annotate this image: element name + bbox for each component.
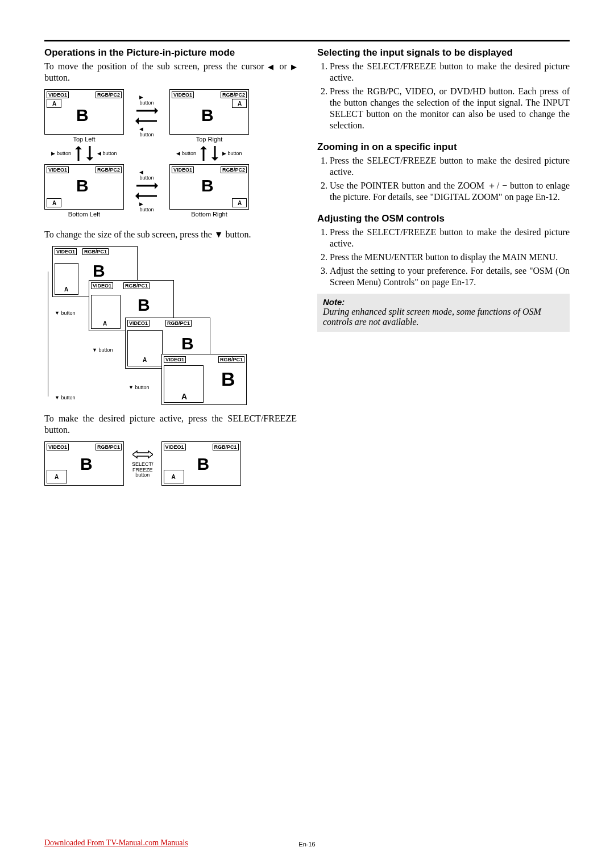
svg-marker-9 [200, 146, 207, 149]
label-b: B [76, 107, 89, 124]
label-a: A [52, 101, 56, 107]
text: button. [44, 73, 70, 82]
footer-download-link[interactable]: Downloaded From TV-Manual.com Manuals [44, 838, 188, 848]
label-a: A [143, 357, 147, 363]
btn-label: ◀button [139, 126, 154, 137]
svg-marker-16 [132, 451, 153, 458]
arrow-up-icon [200, 146, 208, 161]
list-select-input: Press the SELECT/FREEZE button to make t… [317, 61, 570, 131]
list-item: Use the POINTER button and the ZOOM ＋/ −… [330, 180, 570, 203]
arrow-right-icon [135, 106, 158, 116]
heading-pip-operations: Operations in the Picture-in-picture mod… [44, 47, 297, 59]
label-rgbpc: RGB/PC1 [165, 320, 192, 327]
arrow-down-icon [211, 146, 219, 161]
para-select-freeze: To make the desired picture active, pres… [44, 413, 297, 436]
note-body: During enhanced split screen mode, some … [323, 307, 564, 327]
btn-label: ▼ button [55, 395, 75, 400]
arrow-left-icon [135, 191, 158, 201]
list-item: Press the SELECT/FREEZE button to make t… [330, 61, 570, 84]
label-rgbpc: RGB/PC2 [96, 166, 122, 173]
triangle-left-icon: ◀ [268, 62, 275, 71]
list-item: Press the SELECT/FREEZE button to make t… [330, 155, 570, 178]
para-move-subscreen: To move the position of the sub screen, … [44, 61, 297, 84]
screen-bottom-left: VIDEO1 RGB/PC2 B A Bottom Left [44, 164, 124, 218]
label-rgbpc: RGB/PC2 [96, 91, 122, 98]
triangle-right-icon: ▶ [291, 62, 297, 71]
btn-label: ▶button [139, 94, 154, 106]
caption: Top Left [44, 136, 124, 143]
screen-top-right: VIDEO1 RGB/PC2 A B Top Right [169, 89, 249, 143]
text: button [135, 472, 150, 478]
label-rgbpc: RGB/PC1 [213, 444, 239, 450]
list-osm: Press the SELECT/FREEZE button to make t… [317, 227, 570, 288]
note-box: Note: During enhanced split screen mode,… [317, 294, 570, 332]
top-rule [44, 40, 570, 41]
label-b: B [93, 262, 105, 279]
label-rgbpc: RGB/PC2 [221, 91, 247, 98]
arrow-left-icon [135, 116, 158, 126]
arrow-cell: ◀button ▶button [135, 169, 158, 212]
screen-top-left: VIDEO1 RGB/PC2 A B Top Left [44, 89, 124, 143]
list-item: Press the SELECT/FREEZE button to make t… [330, 227, 570, 249]
btn-label: ▶ button [222, 151, 242, 156]
select-freeze-arrows: SELECT/ FREEZE button [132, 449, 154, 479]
diagram-select-freeze: VIDEO1 RGB/PC1 A B SELECT/ FREEZE button… [44, 441, 297, 486]
label-b: B [197, 456, 210, 473]
arrow-down-icon [86, 146, 94, 161]
label-a: A [64, 286, 68, 293]
label-video1: VIDEO1 [47, 444, 69, 450]
label-rgbpc: RGB/PC1 [96, 444, 122, 450]
label-a: A [238, 200, 242, 206]
btn-label: ▼ button [128, 385, 149, 390]
text: or [276, 61, 291, 71]
svg-marker-7 [86, 157, 93, 161]
label-video1: VIDEO1 [47, 166, 69, 173]
label-rgbpc: RGB/PC1 [82, 248, 109, 255]
btn-label: ◀button [139, 169, 154, 181]
label-rgbpc: RGB/PC2 [221, 166, 247, 173]
svg-marker-3 [135, 118, 139, 124]
para-resize-subscreen: To change the size of the sub screen, pr… [44, 229, 297, 240]
btn-label: ▶button [139, 201, 154, 212]
list-zoom: Press the SELECT/FREEZE button to make t… [317, 155, 570, 203]
heading-zoom: Zooming in on a specific input [317, 141, 570, 153]
label-a: A [238, 101, 242, 107]
label-a: A [172, 474, 176, 480]
label-a: A [55, 474, 59, 480]
label-a: A [181, 392, 187, 401]
screen-after: VIDEO1 RGB/PC1 A B [161, 441, 241, 486]
label-a: A [103, 320, 107, 327]
svg-marker-1 [155, 107, 158, 114]
arrow-up-icon [74, 146, 82, 161]
label-video1: VIDEO1 [172, 91, 194, 98]
vert-arrows-right: ◀ button ▶ button [176, 146, 242, 161]
label-b: B [138, 297, 150, 314]
page-number: En-16 [298, 841, 315, 848]
label-b: B [221, 369, 235, 389]
btn-label: ◀ button [97, 151, 117, 156]
btn-label: ▼ button [92, 347, 113, 353]
arrow-right-icon [135, 181, 158, 191]
text: To move the position of the sub screen, … [44, 61, 268, 71]
screen-before: VIDEO1 RGB/PC1 A B [44, 441, 124, 486]
label-video1: VIDEO1 [164, 444, 186, 450]
list-item: Press the RGB/PC, VIDEO, or DVD/HD butto… [330, 86, 570, 131]
heading-select-input: Selecting the input signals to be displa… [317, 47, 570, 59]
label-video1: VIDEO1 [127, 320, 150, 327]
svg-marker-5 [75, 146, 82, 149]
label-video1: VIDEO1 [164, 356, 186, 363]
arrow-bidir-icon [132, 449, 153, 460]
label-rgbpc: RGB/PC1 [218, 356, 244, 363]
label-b: B [76, 177, 89, 194]
list-item: Adjust the setting to your preference. F… [330, 265, 570, 288]
label-a: A [52, 200, 56, 206]
label-b: B [201, 177, 214, 194]
right-column: Selecting the input signals to be displa… [317, 47, 570, 494]
label-video1: VIDEO1 [91, 282, 113, 289]
arrow-cell: ▶button ◀button [135, 94, 158, 137]
label-b: B [80, 456, 93, 473]
note-title: Note: [323, 297, 564, 307]
list-item: Press the MENU/ENTER button to display t… [330, 252, 570, 263]
btn-label: ◀ button [176, 151, 196, 156]
btn-label: ▼ button [55, 310, 75, 316]
